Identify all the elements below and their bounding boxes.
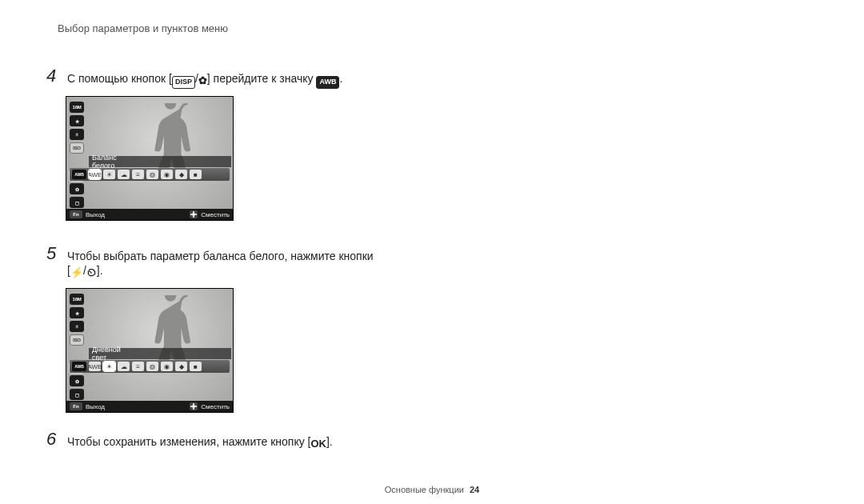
lcd2-opt-3: ≡ — [132, 362, 144, 371]
nav-icon — [190, 210, 198, 218]
lcd2-opt-2: ☁ — [118, 362, 130, 371]
flash-icon: ⚡ — [70, 267, 83, 278]
step-4-text-c: . — [339, 72, 342, 85]
step-4-number: 4 — [46, 66, 56, 86]
icon-exposure-2: ± — [70, 321, 84, 332]
lcd1-opt-7: ■ — [190, 170, 202, 179]
icon-face-2: ◻ — [70, 389, 84, 400]
lcd1-options-bar: AWB AWB ☀ ☁ ≡ ◍ ◉ ◆ ■ — [70, 168, 230, 181]
lcd1-opt-0: AWB — [89, 170, 101, 179]
step-4-text-b: ] перейдите к значку — [207, 72, 317, 85]
icon-quality: ★ — [70, 115, 84, 126]
icon-iso-2: ISO — [70, 334, 84, 346]
lcd1-opt-awb-left: AWB — [72, 170, 86, 179]
lcd1-bottom-bar: Fn Выход Сместить — [66, 209, 233, 220]
macro-icon: ✿ — [198, 75, 207, 86]
footer-section: Основные функции — [385, 485, 464, 494]
lcd1-opt-6: ◆ — [175, 170, 187, 179]
icon-16m: 16M — [70, 102, 84, 113]
step-4-text: С помощью кнопок [DISP/✿] перейдите к зн… — [67, 70, 342, 89]
lcd2-move-label: Сместить — [201, 403, 230, 410]
nav-icon-2 — [190, 402, 198, 410]
lcd2-opt-awb-left: AWB — [72, 362, 86, 371]
step-5-subline: [⚡/⏲]. — [67, 264, 103, 278]
disp-icon: DISP — [172, 76, 195, 89]
lcd2-options-bar: AWB AWB ☀ ☁ ≡ ◍ ◉ ◆ ■ — [70, 360, 230, 373]
lcd2-row-label: Дневной свет — [89, 348, 231, 359]
fn-icon: Fn — [70, 210, 82, 218]
icon-quality-2: ★ — [70, 307, 84, 318]
lcd1-opt-4: ◍ — [146, 170, 158, 179]
lcd1-move-label: Сместить — [201, 211, 230, 218]
lcd1-opt-5: ◉ — [161, 170, 173, 179]
step-5-sub-b: ]. — [97, 264, 103, 277]
lcd2-left-icons: 16M ★ ± ISO AWB ✿ ◻ — [70, 294, 84, 400]
lcd2-opt-7: ■ — [190, 362, 202, 371]
step-6-number: 6 — [46, 429, 56, 450]
step-6-text: Чтобы сохранить изменения, нажмите кнопк… — [67, 434, 333, 450]
icon-exposure: ± — [70, 129, 84, 140]
timer-icon: ⏲ — [86, 267, 97, 278]
lcd2-opt-6: ◆ — [175, 362, 187, 371]
icon-16m-2: 16M — [70, 294, 84, 305]
page-footer: Основные функции 24 — [0, 485, 864, 494]
step-6-text-b: ]. — [326, 435, 333, 448]
lcd2-bottom-bar: Fn Выход Сместить — [66, 401, 233, 412]
lcd1-opt-3: ≡ — [132, 170, 144, 179]
lcd1-left-icons: 16M ★ ± ISO AWB ✿ ◻ — [70, 102, 84, 208]
icon-face: ◻ — [70, 197, 84, 208]
lcd2-opt-5: ◉ — [161, 362, 173, 371]
fn-icon-2: Fn — [70, 402, 82, 410]
lcd1-exit-label: Выход — [86, 211, 105, 218]
lcd2-exit-label: Выход — [86, 403, 105, 410]
icon-photo-style: ✿ — [70, 183, 84, 194]
step-5-number: 5 — [46, 243, 56, 264]
icon-iso: ISO — [70, 142, 84, 154]
lcd1-opt-2: ☁ — [118, 170, 130, 179]
icon-photo-style-2: ✿ — [70, 375, 84, 386]
awb-icon: AWB — [316, 76, 339, 89]
camera-screenshot-2: 16M ★ ± ISO AWB ✿ ◻ Дневной свет AWB AWB… — [66, 288, 234, 413]
ok-icon: OK — [310, 438, 326, 450]
footer-page: 24 — [470, 485, 479, 494]
step-5-text: Чтобы выбрать параметр баланса белого, н… — [67, 248, 374, 265]
lcd1-row-label: Баланс белого — [89, 156, 231, 167]
step-4-text-a: С помощью кнопок [ — [67, 72, 172, 85]
lcd2-opt-4: ◍ — [146, 362, 158, 371]
lcd2-opt-0: AWB — [89, 362, 101, 371]
camera-screenshot-1: 16M ★ ± ISO AWB ✿ ◻ Баланс белого AWB AW… — [66, 96, 234, 221]
lcd2-opt-1: ☀ — [103, 362, 115, 371]
lcd1-opt-1: ☀ — [103, 170, 115, 179]
section-title: Выбор параметров и пунктов меню — [58, 22, 228, 34]
step-6-text-a: Чтобы сохранить изменения, нажмите кнопк… — [67, 435, 310, 448]
